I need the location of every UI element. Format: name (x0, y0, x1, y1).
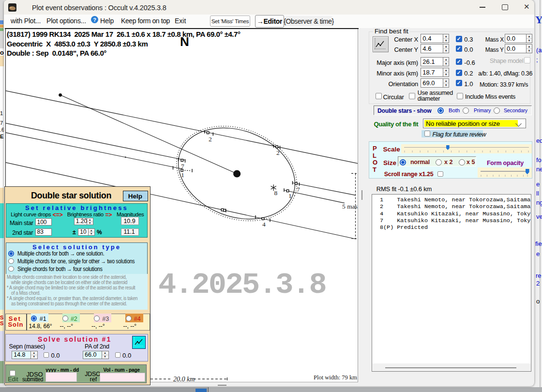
svg-text:7: 7 (297, 186, 300, 193)
svg-text:7: 7 (181, 163, 184, 170)
svg-text:1: 1 (181, 171, 184, 179)
svg-text:5 mas: 5 mas (342, 203, 358, 210)
svg-text:1: 1 (288, 192, 292, 199)
svg-text:2: 2 (276, 149, 280, 156)
svg-text:8: 8 (274, 189, 278, 196)
svg-text:4: 4 (262, 221, 266, 228)
svg-text:20.0 km: 20.0 km (173, 376, 195, 382)
svg-text:2: 2 (209, 136, 212, 143)
svg-text:Plot width: 79 km: Plot width: 79 km (314, 374, 357, 381)
